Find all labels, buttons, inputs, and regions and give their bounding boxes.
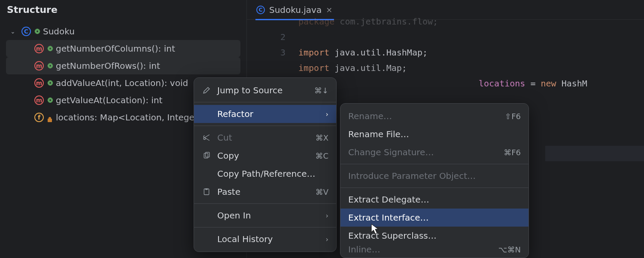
menu-item-label: Extract Superclass… bbox=[348, 230, 437, 241]
menu-separator bbox=[194, 203, 336, 204]
tree-label: addValueAt(int, Location): void bbox=[56, 78, 188, 88]
menu-item-label: Extract Delegate… bbox=[348, 194, 429, 205]
tree-label: locations: Map<Location, Integer> bbox=[56, 112, 205, 123]
tree-label: getNumberOfColumns(): int bbox=[56, 43, 175, 54]
visibility-icon: 🞉 bbox=[47, 97, 52, 104]
menu-item-cut[interactable]: Cut ⌘X bbox=[194, 129, 336, 147]
chevron-down-icon: ⌄ bbox=[10, 28, 18, 35]
menu-item-label: Copy bbox=[217, 150, 239, 161]
menu-item-extract-superclass[interactable]: Extract Superclass… bbox=[340, 227, 529, 245]
tree-node-class[interactable]: ⌄ C 🞉 Sudoku bbox=[0, 23, 246, 40]
caret-line-highlight bbox=[545, 146, 644, 161]
tree-node-method[interactable]: m 🞉 getNumberOfColumns(): int bbox=[6, 40, 240, 57]
menu-separator bbox=[340, 187, 529, 188]
shortcut: ⌘V bbox=[316, 187, 328, 197]
pencil-icon bbox=[202, 86, 211, 94]
tree-node-method[interactable]: m 🞉 getNumberOfRows(): int bbox=[6, 57, 240, 74]
shortcut: ⌘C bbox=[315, 151, 328, 160]
gutter: 2 bbox=[247, 29, 298, 45]
menu-item-extract-delegate[interactable]: Extract Delegate… bbox=[340, 190, 529, 209]
editor-tab-label: Sudoku.java bbox=[269, 5, 322, 15]
method-icon: m bbox=[34, 78, 44, 88]
menu-item-label: Extract Interface… bbox=[348, 212, 429, 223]
paste-icon bbox=[202, 188, 211, 196]
menu-item-paste[interactable]: Paste ⌘V bbox=[194, 183, 336, 201]
code-editor[interactable]: package com.jetbrains.flow; 2 3 import j… bbox=[247, 14, 644, 91]
menu-separator bbox=[340, 164, 529, 164]
menu-separator bbox=[194, 126, 336, 126]
menu-item-label: Paste bbox=[217, 187, 240, 197]
menu-item-rename[interactable]: Rename… ⇧F6 bbox=[340, 107, 529, 125]
structure-title: Structure bbox=[0, 0, 246, 21]
tree-label: getNumberOfRows(): int bbox=[56, 61, 160, 71]
svg-rect-3 bbox=[205, 188, 208, 190]
visibility-icon: 🞉 bbox=[34, 28, 39, 35]
scissors-icon bbox=[202, 134, 211, 141]
menu-separator bbox=[194, 102, 336, 102]
menu-separator bbox=[194, 227, 336, 227]
refactor-submenu: Rename… ⇧F6 Rename File… Change Signatur… bbox=[340, 103, 529, 258]
lock-icon bbox=[47, 114, 52, 120]
close-icon[interactable]: × bbox=[326, 5, 332, 14]
shortcut: ⌥⌘N bbox=[498, 245, 521, 254]
chevron-right-icon: › bbox=[326, 110, 328, 118]
menu-item-extract-interface[interactable]: Extract Interface… bbox=[340, 209, 529, 227]
menu-item-label: Rename File… bbox=[348, 129, 409, 139]
shortcut: ⌘X bbox=[316, 133, 328, 142]
gutter bbox=[247, 14, 298, 29]
class-icon: C bbox=[256, 6, 265, 14]
menu-item-label: Introduce Parameter Object… bbox=[348, 171, 476, 181]
menu-item-label: Refactor bbox=[217, 109, 253, 119]
menu-item-label: Copy Path/Reference… bbox=[217, 169, 315, 179]
menu-item-copy-path[interactable]: Copy Path/Reference… bbox=[194, 165, 336, 183]
context-menu: Jump to Source ⌘↓ Refactor › Cut ⌘X Copy… bbox=[194, 77, 337, 252]
chevron-right-icon: › bbox=[326, 212, 328, 220]
method-icon: m bbox=[34, 61, 44, 71]
menu-item-introduce-parameter-object[interactable]: Introduce Parameter Object… bbox=[340, 167, 529, 185]
method-icon: m bbox=[34, 44, 44, 53]
chevron-right-icon: › bbox=[326, 235, 328, 243]
menu-item-label: Change Signature… bbox=[348, 147, 434, 157]
menu-item-label: Inline… bbox=[348, 245, 380, 254]
tree-label: getValueAt(Location): int bbox=[56, 95, 162, 105]
menu-item-label: Rename… bbox=[348, 111, 392, 121]
gutter bbox=[247, 60, 298, 76]
shortcut: ⌘F6 bbox=[504, 148, 521, 157]
menu-item-open-in[interactable]: Open In › bbox=[194, 206, 336, 224]
method-icon: m bbox=[34, 95, 44, 105]
menu-item-refactor[interactable]: Refactor › bbox=[194, 105, 336, 123]
field-icon: f bbox=[34, 113, 44, 122]
menu-item-local-history[interactable]: Local History › bbox=[194, 230, 336, 248]
menu-item-rename-file[interactable]: Rename File… bbox=[340, 125, 529, 143]
menu-item-change-signature[interactable]: Change Signature… ⌘F6 bbox=[340, 143, 529, 161]
menu-item-label: Open In bbox=[217, 210, 251, 221]
visibility-icon: 🞉 bbox=[47, 45, 52, 52]
menu-item-inline[interactable]: Inline… ⌥⌘N bbox=[340, 245, 529, 254]
menu-item-copy[interactable]: Copy ⌘C bbox=[194, 147, 336, 165]
menu-item-label: Local History bbox=[217, 234, 273, 244]
shortcut: ⇧F6 bbox=[505, 112, 521, 121]
tree-label: Sudoku bbox=[43, 26, 75, 37]
gutter: 3 bbox=[247, 45, 298, 60]
copy-icon bbox=[202, 152, 211, 160]
visibility-icon: 🞉 bbox=[47, 62, 52, 69]
class-icon: C bbox=[21, 27, 31, 36]
menu-item-label: Cut bbox=[217, 132, 232, 143]
visibility-icon: 🞉 bbox=[47, 80, 52, 86]
